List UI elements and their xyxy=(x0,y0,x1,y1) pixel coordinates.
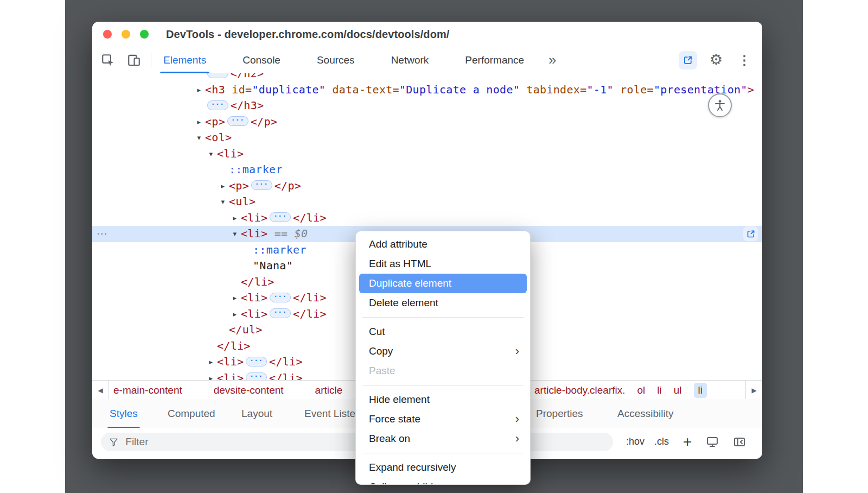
menu-item-break-on[interactable]: Break on› xyxy=(359,429,527,448)
breadcrumb-item-li[interactable]: li xyxy=(694,383,707,398)
node-text: ::marker xyxy=(253,243,307,256)
menu-item-copy[interactable]: Copy› xyxy=(359,342,527,361)
kebab-menu-icon[interactable]: ⋮ xyxy=(735,51,754,69)
sidebar-tab-styles[interactable]: Styles xyxy=(106,399,141,428)
collapse-arrow-icon[interactable]: ▾ xyxy=(195,130,203,146)
children-ellipsis-icon[interactable]: ··· xyxy=(270,212,291,222)
node-text: </p> xyxy=(275,179,301,192)
dom-node-row[interactable]: ::marker xyxy=(92,162,762,178)
popout-arrow-icon[interactable] xyxy=(679,51,697,69)
node-popout-arrow-icon[interactable] xyxy=(743,226,758,241)
menu-item-expand-recursively[interactable]: Expand recursively xyxy=(359,458,527,477)
children-ellipsis-icon[interactable]: ··· xyxy=(246,372,267,380)
menu-item-edit-as-html[interactable]: Edit as HTML xyxy=(359,254,527,274)
breadcrumb-item-e-main-content[interactable]: e-main-content xyxy=(113,384,182,396)
menu-item-hide-element[interactable]: Hide element xyxy=(359,390,527,409)
children-ellipsis-icon[interactable]: ··· xyxy=(207,73,228,78)
inspect-element-icon[interactable] xyxy=(99,51,117,69)
children-ellipsis-icon[interactable]: ··· xyxy=(251,180,272,190)
children-ellipsis-icon[interactable]: ··· xyxy=(227,116,248,126)
sidebar-tab-properties[interactable]: Properties xyxy=(533,399,586,428)
expand-arrow-icon[interactable]: ▸ xyxy=(219,178,227,194)
toggle-cls-button[interactable]: .cls xyxy=(654,436,669,447)
row-more-actions-icon[interactable]: ⋯ xyxy=(97,226,107,242)
dom-node-row[interactable]: ···</h2> xyxy=(92,73,762,82)
minimize-button[interactable] xyxy=(122,30,130,39)
breadcrumbs-left: e-main-contentdevsite-contentarticle xyxy=(113,384,374,396)
new-style-rule-button[interactable]: + xyxy=(683,434,692,450)
dom-node-row[interactable]: ▾<ul> xyxy=(92,194,762,210)
accessibility-person-icon[interactable] xyxy=(708,93,732,117)
menu-item-duplicate-element[interactable]: Duplicate element xyxy=(359,274,527,293)
expand-arrow-icon[interactable]: ▸ xyxy=(231,306,239,323)
expand-arrow-icon[interactable]: ▸ xyxy=(231,210,239,226)
expand-arrow-icon[interactable]: ▸ xyxy=(207,354,215,370)
menu-item-delete-element[interactable]: Delete element xyxy=(359,293,527,313)
breadcrumb-item-li[interactable]: li xyxy=(657,384,661,396)
toggle-hov-button[interactable]: :hov xyxy=(626,436,644,447)
breadcrumb-item-article[interactable]: article xyxy=(315,384,343,396)
sidebar-tab-accessibility[interactable]: Accessibility xyxy=(614,399,676,428)
breadcrumb-item-article-body-clearfix[interactable]: article-body.clearfix. xyxy=(534,384,626,396)
dom-node-row[interactable]: ▸<p>···</p> xyxy=(92,114,762,130)
settings-gear-icon[interactable]: ⚙ xyxy=(707,51,725,69)
collapse-arrow-icon[interactable]: ▾ xyxy=(207,146,215,162)
menu-item-force-state[interactable]: Force state› xyxy=(359,409,527,429)
breadcrumb-scroll-right-icon[interactable]: ▶ xyxy=(745,381,762,400)
toolbar-divider xyxy=(151,53,151,67)
submenu-chevron-icon: › xyxy=(515,409,519,429)
display-icon[interactable] xyxy=(706,435,719,448)
node-text: <h3 xyxy=(205,83,225,96)
menu-divider xyxy=(362,385,524,385)
children-ellipsis-icon[interactable]: ··· xyxy=(270,293,291,302)
expand-arrow-icon[interactable]: ▸ xyxy=(195,114,203,130)
collapse-arrow-icon[interactable]: ▾ xyxy=(219,194,227,210)
toolbar-right: ⚙ ⋮ xyxy=(679,51,762,69)
filter-funnel-icon xyxy=(108,437,119,447)
node-text: <p> xyxy=(229,179,249,192)
node-text: > xyxy=(748,83,754,96)
menu-item-collapse-children[interactable]: Collapse children xyxy=(359,477,527,485)
node-text: </li> xyxy=(241,275,275,288)
tab-network[interactable]: Network xyxy=(387,47,433,73)
collapse-sidebar-icon[interactable] xyxy=(733,435,746,448)
node-text: <p> xyxy=(205,115,225,128)
device-toolbar-icon[interactable] xyxy=(125,51,143,69)
zoom-button[interactable] xyxy=(140,30,149,39)
dom-node-row[interactable]: ▸<li>···</li> xyxy=(92,210,762,226)
tab-performance[interactable]: Performance xyxy=(461,47,528,73)
breadcrumb-scroll-left-icon[interactable]: ◀ xyxy=(92,381,109,400)
dom-node-row[interactable]: ▾<li> xyxy=(92,146,762,162)
children-ellipsis-icon[interactable]: ··· xyxy=(270,308,291,318)
tab-elements[interactable]: Elements xyxy=(159,47,210,73)
sidebar-tab-layout[interactable]: Layout xyxy=(238,399,276,428)
children-ellipsis-icon[interactable]: ··· xyxy=(246,357,267,366)
node-text: <li> xyxy=(217,371,244,381)
dom-node-row[interactable]: ▾<ol> xyxy=(92,130,762,146)
breadcrumbs-right: article-body.clearfix.olliulli xyxy=(534,381,707,400)
collapse-arrow-icon[interactable]: ▾ xyxy=(231,226,239,242)
close-button[interactable] xyxy=(103,30,112,39)
dom-node-row[interactable]: ···</h3> xyxy=(92,98,762,114)
menu-item-cut[interactable]: Cut xyxy=(359,322,527,342)
breadcrumb-item-ol[interactable]: ol xyxy=(637,384,646,396)
tab-sources[interactable]: Sources xyxy=(312,47,359,73)
dom-node-row[interactable]: ▸<h3 id="duplicate" data-text="Duplicate… xyxy=(92,82,762,98)
more-tabs-icon[interactable]: » xyxy=(548,52,555,68)
node-text: <ul> xyxy=(229,195,256,208)
breadcrumb-item-ul[interactable]: ul xyxy=(674,384,682,396)
submenu-chevron-icon: › xyxy=(515,342,519,361)
expand-arrow-icon[interactable]: ▸ xyxy=(207,370,215,381)
dom-node-row[interactable]: ▸<p>···</p> xyxy=(92,178,762,194)
expand-arrow-icon[interactable]: ▸ xyxy=(195,82,203,98)
node-text: </ul> xyxy=(229,323,263,336)
menu-item-add-attribute[interactable]: Add attribute xyxy=(359,235,527,254)
children-ellipsis-icon[interactable]: ··· xyxy=(207,100,228,110)
node-text: id= xyxy=(225,83,252,96)
node-text: "-1" xyxy=(587,83,614,96)
traffic-lights xyxy=(103,30,149,39)
expand-arrow-icon[interactable]: ▸ xyxy=(231,290,239,306)
breadcrumb-item-devsite-content[interactable]: devsite-content xyxy=(214,384,284,396)
sidebar-tab-computed[interactable]: Computed xyxy=(164,399,219,428)
tab-console[interactable]: Console xyxy=(238,47,285,73)
